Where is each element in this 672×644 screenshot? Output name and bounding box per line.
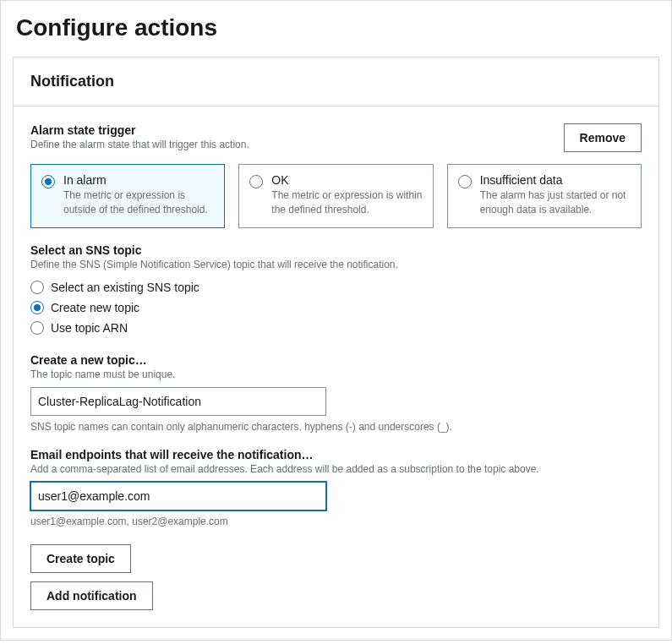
card-title: Notification bbox=[30, 73, 642, 90]
trigger-title: Insufficient data bbox=[480, 173, 631, 187]
sns-option-label: Select an existing SNS topic bbox=[51, 281, 199, 294]
radio-icon bbox=[30, 281, 44, 294]
radio-icon bbox=[30, 321, 44, 335]
sns-topic-label: Select an SNS topic bbox=[30, 243, 642, 257]
sns-option-existing[interactable]: Select an existing SNS topic bbox=[30, 277, 642, 297]
topic-name-hint: SNS topic names can contain only alphanu… bbox=[30, 421, 642, 433]
alarm-trigger-options: In alarm The metric or expression is out… bbox=[30, 164, 642, 228]
radio-icon bbox=[249, 175, 263, 188]
page-title: Configure actions bbox=[13, 6, 659, 57]
trigger-desc: The alarm has just started or not enough… bbox=[480, 188, 631, 217]
card-header: Notification bbox=[14, 57, 658, 106]
sns-topic-help: Define the SNS (Simple Notification Serv… bbox=[30, 259, 642, 270]
sns-option-create-new[interactable]: Create new topic bbox=[30, 297, 642, 318]
trigger-title: OK bbox=[271, 173, 422, 187]
trigger-desc: The metric or expression is within the d… bbox=[271, 188, 422, 217]
email-endpoints-input[interactable] bbox=[30, 482, 326, 510]
topic-name-input[interactable] bbox=[30, 387, 326, 416]
email-endpoints-hint: user1@example.com, user2@example.com bbox=[30, 516, 642, 527]
alarm-trigger-label: Alarm state trigger bbox=[30, 123, 249, 137]
remove-button[interactable]: Remove bbox=[564, 123, 642, 152]
sns-option-use-arn[interactable]: Use topic ARN bbox=[30, 318, 642, 338]
trigger-tile-insufficient-data[interactable]: Insufficient data The alarm has just sta… bbox=[447, 164, 642, 228]
create-topic-button[interactable]: Create topic bbox=[30, 544, 131, 573]
create-topic-label: Create a new topic… bbox=[30, 353, 642, 367]
alarm-trigger-help: Define the alarm state that will trigger… bbox=[30, 139, 249, 150]
radio-icon bbox=[41, 175, 55, 188]
radio-icon bbox=[30, 301, 44, 314]
trigger-tile-ok[interactable]: OK The metric or expression is within th… bbox=[238, 164, 433, 228]
add-notification-button[interactable]: Add notification bbox=[30, 581, 153, 610]
trigger-title: In alarm bbox=[63, 173, 214, 187]
notification-card: Notification Alarm state trigger Define … bbox=[13, 57, 659, 628]
trigger-desc: The metric or expression is outside of t… bbox=[63, 188, 214, 217]
sns-option-label: Create new topic bbox=[51, 301, 139, 314]
trigger-tile-in-alarm[interactable]: In alarm The metric or expression is out… bbox=[30, 164, 225, 228]
sns-option-label: Use topic ARN bbox=[51, 321, 128, 335]
email-endpoints-help: Add a comma-separated list of email addr… bbox=[30, 463, 642, 475]
radio-icon bbox=[458, 175, 472, 188]
email-endpoints-label: Email endpoints that will receive the no… bbox=[30, 448, 642, 461]
create-topic-help: The topic name must be unique. bbox=[30, 368, 642, 380]
